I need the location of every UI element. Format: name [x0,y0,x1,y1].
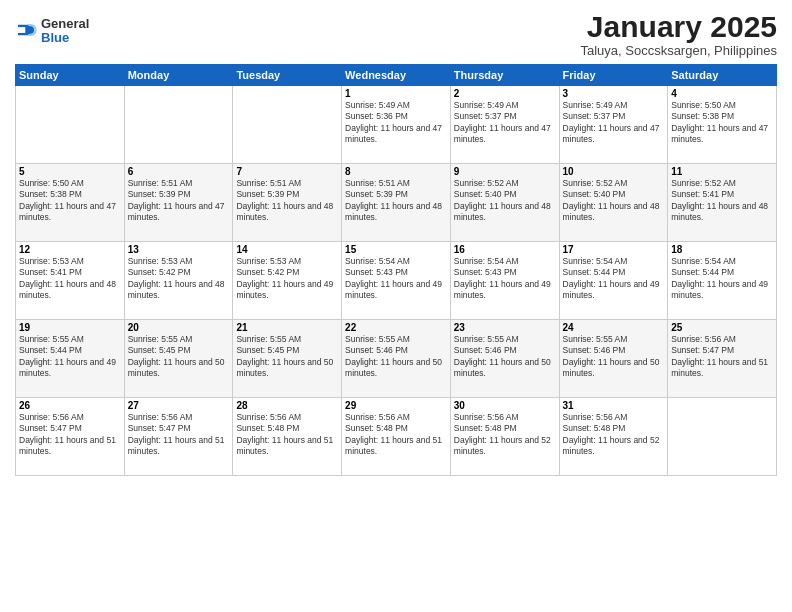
calendar-cell: 1Sunrise: 5:49 AM Sunset: 5:36 PM Daylig… [342,86,451,164]
calendar-cell: 10Sunrise: 5:52 AM Sunset: 5:40 PM Dayli… [559,164,668,242]
calendar-cell: 3Sunrise: 5:49 AM Sunset: 5:37 PM Daylig… [559,86,668,164]
cell-content: Sunrise: 5:56 AM Sunset: 5:47 PM Dayligh… [19,412,121,458]
calendar-cell [233,86,342,164]
week-row-5: 26Sunrise: 5:56 AM Sunset: 5:47 PM Dayli… [16,398,777,476]
cell-content: Sunrise: 5:56 AM Sunset: 5:47 PM Dayligh… [128,412,230,458]
day-number: 21 [236,322,338,333]
cell-content: Sunrise: 5:56 AM Sunset: 5:48 PM Dayligh… [345,412,447,458]
cell-content: Sunrise: 5:54 AM Sunset: 5:44 PM Dayligh… [563,256,665,302]
week-row-3: 12Sunrise: 5:53 AM Sunset: 5:41 PM Dayli… [16,242,777,320]
calendar-cell: 22Sunrise: 5:55 AM Sunset: 5:46 PM Dayli… [342,320,451,398]
logo-text-block: General Blue [41,14,89,45]
calendar-title: January 2025 [580,10,777,43]
day-number: 1 [345,88,447,99]
calendar-cell: 28Sunrise: 5:56 AM Sunset: 5:48 PM Dayli… [233,398,342,476]
calendar-cell [124,86,233,164]
calendar-cell: 21Sunrise: 5:55 AM Sunset: 5:45 PM Dayli… [233,320,342,398]
day-number: 25 [671,322,773,333]
calendar-cell: 29Sunrise: 5:56 AM Sunset: 5:48 PM Dayli… [342,398,451,476]
cell-content: Sunrise: 5:49 AM Sunset: 5:37 PM Dayligh… [563,100,665,146]
calendar-cell: 7Sunrise: 5:51 AM Sunset: 5:39 PM Daylig… [233,164,342,242]
day-number: 27 [128,400,230,411]
day-number: 3 [563,88,665,99]
calendar-table: Sunday Monday Tuesday Wednesday Thursday… [15,64,777,476]
day-number: 4 [671,88,773,99]
day-number: 10 [563,166,665,177]
cell-content: Sunrise: 5:56 AM Sunset: 5:48 PM Dayligh… [563,412,665,458]
calendar-page: General Blue January 2025 Taluya, Soccsk… [0,0,792,612]
calendar-cell: 9Sunrise: 5:52 AM Sunset: 5:40 PM Daylig… [450,164,559,242]
cell-content: Sunrise: 5:55 AM Sunset: 5:46 PM Dayligh… [563,334,665,380]
cell-content: Sunrise: 5:55 AM Sunset: 5:44 PM Dayligh… [19,334,121,380]
calendar-body: 1Sunrise: 5:49 AM Sunset: 5:36 PM Daylig… [16,86,777,476]
header-wednesday: Wednesday [342,65,451,86]
day-number: 15 [345,244,447,255]
calendar-cell: 4Sunrise: 5:50 AM Sunset: 5:38 PM Daylig… [668,86,777,164]
day-number: 13 [128,244,230,255]
day-number: 28 [236,400,338,411]
calendar-cell: 14Sunrise: 5:53 AM Sunset: 5:42 PM Dayli… [233,242,342,320]
calendar-cell: 8Sunrise: 5:51 AM Sunset: 5:39 PM Daylig… [342,164,451,242]
cell-content: Sunrise: 5:55 AM Sunset: 5:45 PM Dayligh… [236,334,338,380]
cell-content: Sunrise: 5:52 AM Sunset: 5:40 PM Dayligh… [454,178,556,224]
calendar-cell: 15Sunrise: 5:54 AM Sunset: 5:43 PM Dayli… [342,242,451,320]
day-number: 23 [454,322,556,333]
calendar-cell [16,86,125,164]
day-number: 9 [454,166,556,177]
day-number: 6 [128,166,230,177]
day-number: 20 [128,322,230,333]
cell-content: Sunrise: 5:54 AM Sunset: 5:43 PM Dayligh… [345,256,447,302]
week-row-2: 5Sunrise: 5:50 AM Sunset: 5:38 PM Daylig… [16,164,777,242]
day-number: 17 [563,244,665,255]
cell-content: Sunrise: 5:52 AM Sunset: 5:40 PM Dayligh… [563,178,665,224]
cell-content: Sunrise: 5:49 AM Sunset: 5:36 PM Dayligh… [345,100,447,146]
day-number: 11 [671,166,773,177]
calendar-cell: 12Sunrise: 5:53 AM Sunset: 5:41 PM Dayli… [16,242,125,320]
cell-content: Sunrise: 5:53 AM Sunset: 5:41 PM Dayligh… [19,256,121,302]
logo-icon [15,19,37,41]
logo: General Blue [15,14,89,45]
calendar-cell: 5Sunrise: 5:50 AM Sunset: 5:38 PM Daylig… [16,164,125,242]
day-number: 16 [454,244,556,255]
calendar-cell: 16Sunrise: 5:54 AM Sunset: 5:43 PM Dayli… [450,242,559,320]
day-number: 12 [19,244,121,255]
day-number: 26 [19,400,121,411]
header-saturday: Saturday [668,65,777,86]
calendar-cell: 26Sunrise: 5:56 AM Sunset: 5:47 PM Dayli… [16,398,125,476]
week-row-4: 19Sunrise: 5:55 AM Sunset: 5:44 PM Dayli… [16,320,777,398]
cell-content: Sunrise: 5:55 AM Sunset: 5:45 PM Dayligh… [128,334,230,380]
day-number: 5 [19,166,121,177]
day-number: 14 [236,244,338,255]
day-number: 8 [345,166,447,177]
day-header-row: Sunday Monday Tuesday Wednesday Thursday… [16,65,777,86]
cell-content: Sunrise: 5:53 AM Sunset: 5:42 PM Dayligh… [236,256,338,302]
header-area: General Blue January 2025 Taluya, Soccsk… [15,10,777,58]
cell-content: Sunrise: 5:49 AM Sunset: 5:37 PM Dayligh… [454,100,556,146]
calendar-cell: 30Sunrise: 5:56 AM Sunset: 5:48 PM Dayli… [450,398,559,476]
calendar-cell: 23Sunrise: 5:55 AM Sunset: 5:46 PM Dayli… [450,320,559,398]
day-number: 30 [454,400,556,411]
calendar-cell: 31Sunrise: 5:56 AM Sunset: 5:48 PM Dayli… [559,398,668,476]
calendar-cell: 27Sunrise: 5:56 AM Sunset: 5:47 PM Dayli… [124,398,233,476]
calendar-cell: 2Sunrise: 5:49 AM Sunset: 5:37 PM Daylig… [450,86,559,164]
day-number: 2 [454,88,556,99]
calendar-cell: 18Sunrise: 5:54 AM Sunset: 5:44 PM Dayli… [668,242,777,320]
calendar-cell: 6Sunrise: 5:51 AM Sunset: 5:39 PM Daylig… [124,164,233,242]
day-number: 19 [19,322,121,333]
cell-content: Sunrise: 5:56 AM Sunset: 5:48 PM Dayligh… [454,412,556,458]
calendar-cell: 24Sunrise: 5:55 AM Sunset: 5:46 PM Dayli… [559,320,668,398]
cell-content: Sunrise: 5:55 AM Sunset: 5:46 PM Dayligh… [454,334,556,380]
cell-content: Sunrise: 5:50 AM Sunset: 5:38 PM Dayligh… [671,100,773,146]
header-thursday: Thursday [450,65,559,86]
cell-content: Sunrise: 5:56 AM Sunset: 5:48 PM Dayligh… [236,412,338,458]
cell-content: Sunrise: 5:55 AM Sunset: 5:46 PM Dayligh… [345,334,447,380]
cell-content: Sunrise: 5:51 AM Sunset: 5:39 PM Dayligh… [128,178,230,224]
calendar-cell: 13Sunrise: 5:53 AM Sunset: 5:42 PM Dayli… [124,242,233,320]
calendar-cell: 17Sunrise: 5:54 AM Sunset: 5:44 PM Dayli… [559,242,668,320]
day-number: 24 [563,322,665,333]
header-monday: Monday [124,65,233,86]
logo-blue-text: Blue [41,30,89,45]
header-sunday: Sunday [16,65,125,86]
title-area: January 2025 Taluya, Soccsksargen, Phili… [580,10,777,58]
cell-content: Sunrise: 5:52 AM Sunset: 5:41 PM Dayligh… [671,178,773,224]
